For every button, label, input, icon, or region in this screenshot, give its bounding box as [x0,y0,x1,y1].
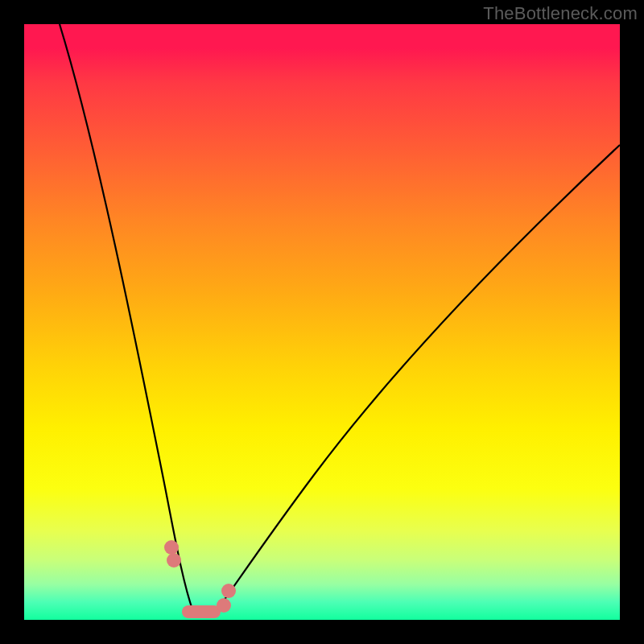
plot-area [24,24,620,620]
marker-dot [217,598,231,613]
curve-right [216,145,620,612]
watermark-label: TheBottleneck.com [483,3,638,24]
curve-left [60,24,193,612]
figure-root: TheBottleneck.com [0,0,644,644]
marker-bar [182,605,221,618]
marker-dot [221,584,236,598]
marker-dot [164,540,179,555]
marker-dot [167,553,181,568]
bottleneck-curve [24,24,620,620]
